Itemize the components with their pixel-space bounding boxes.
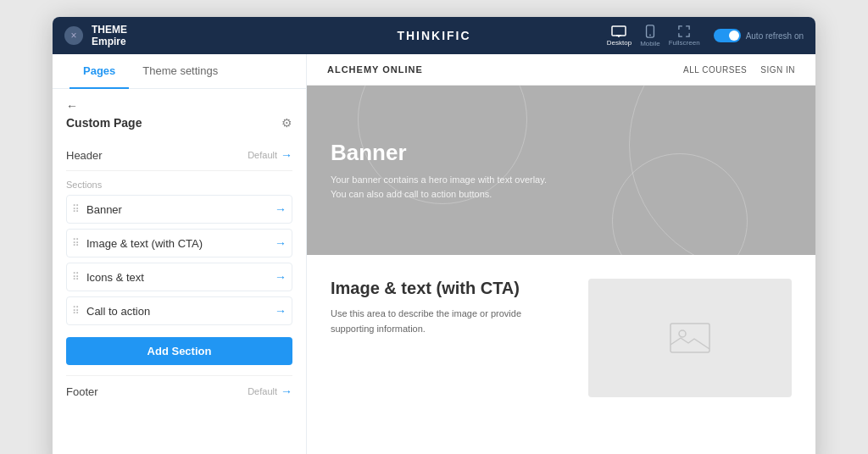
footer-arrow: → (281, 385, 292, 398)
section-banner[interactable]: ⠿ Banner → (66, 195, 292, 224)
header-arrow: → (281, 148, 292, 162)
image-placeholder (588, 279, 792, 397)
banner-description: Your banner contains a hero image with t… (331, 173, 551, 201)
call-to-action-arrow: → (275, 304, 287, 318)
sidebar: Pages Theme settings ← Custom Page ⚙ Hea… (53, 54, 307, 454)
banner-arrow: → (275, 202, 287, 216)
section-icons-text-name: Icons & text (86, 271, 144, 284)
section-image-text-left: ⠿ Image & text (with CTA) (72, 237, 203, 250)
desktop-view-button[interactable]: Desktop (607, 25, 632, 47)
tab-theme-settings[interactable]: Theme settings (129, 54, 231, 89)
svg-point-4 (649, 34, 651, 36)
drag-handle-icon: ⠿ (72, 237, 80, 249)
section-banner-left: ⠿ Banner (72, 203, 122, 216)
preview-nav-links: ALL COURSES SIGN IN (683, 65, 795, 75)
preview-image-text-section: Image & text (with CTA) Use this area to… (307, 255, 815, 421)
auto-refresh-toggle[interactable] (714, 29, 741, 42)
back-button[interactable]: ← (66, 99, 78, 113)
svg-rect-5 (670, 324, 709, 352)
desktop-label: Desktop (607, 39, 632, 47)
section-banner-name: Banner (86, 203, 122, 216)
preview-navbar: ALCHEMY ONLINE ALL COURSES SIGN IN (307, 54, 815, 86)
svg-rect-0 (612, 26, 626, 36)
preview-banner-section: Banner Your banner contains a hero image… (307, 86, 815, 255)
page-title: Custom Page (66, 116, 142, 130)
view-icons: Desktop Mobile Fullscreen (607, 25, 700, 47)
tab-pages[interactable]: Pages (70, 54, 129, 89)
main-content: Pages Theme settings ← Custom Page ⚙ Hea… (53, 54, 815, 454)
image-text-arrow: → (275, 236, 287, 250)
drag-handle-icon: ⠿ (72, 271, 80, 283)
section-call-to-action[interactable]: ⠿ Call to action → (66, 296, 292, 325)
footer-default: Default → (248, 385, 292, 398)
mobile-view-button[interactable]: Mobile (640, 25, 660, 47)
sidebar-body: ← Custom Page ⚙ Header Default → Section… (53, 89, 306, 454)
close-button[interactable]: × (64, 26, 83, 45)
app-title: THINKIFIC (397, 29, 470, 42)
add-section-button[interactable]: Add Section (66, 337, 292, 365)
section-call-to-action-left: ⠿ Call to action (72, 305, 150, 318)
footer-label: Footer (66, 385, 98, 398)
icons-text-arrow: → (275, 270, 287, 284)
svg-point-6 (679, 330, 686, 337)
section-icons-text[interactable]: ⠿ Icons & text → (66, 263, 292, 291)
preview-area: ALCHEMY ONLINE ALL COURSES SIGN IN Banne… (307, 54, 815, 454)
footer-row[interactable]: Footer Default → (66, 375, 292, 407)
banner-title: Banner (331, 140, 792, 166)
nav-sign-in: SIGN IN (760, 65, 795, 75)
image-text-title: Image & text (with CTA) (331, 279, 565, 298)
header-label: Header (66, 149, 103, 162)
section-call-to-action-name: Call to action (86, 305, 150, 318)
back-row: ← (66, 99, 292, 113)
sections-label: Sections (66, 180, 292, 190)
topbar-right: Desktop Mobile Fullscreen (607, 25, 804, 47)
section-icons-text-left: ⠿ Icons & text (72, 271, 144, 284)
fullscreen-view-button[interactable]: Fullscreen (669, 25, 700, 47)
section-image-text-name: Image & text (with CTA) (86, 237, 203, 250)
image-text-description: Use this area to describe the image or p… (331, 307, 565, 336)
gear-icon[interactable]: ⚙ (281, 116, 292, 130)
theme-label: THEME Empire (92, 24, 127, 48)
mobile-label: Mobile (640, 40, 660, 47)
fullscreen-label: Fullscreen (669, 39, 700, 47)
header-default: Default → (248, 148, 292, 162)
drag-handle-icon: ⠿ (72, 305, 80, 317)
section-image-text[interactable]: ⠿ Image & text (with CTA) → (66, 229, 292, 257)
preview-image-text-content: Image & text (with CTA) Use this area to… (331, 279, 565, 336)
app-window: × THEME Empire THINKIFIC Desktop (53, 17, 815, 454)
top-bar: × THEME Empire THINKIFIC Desktop (53, 17, 815, 54)
header-row[interactable]: Header Default → (66, 140, 292, 171)
preview-inner: ALCHEMY ONLINE ALL COURSES SIGN IN Banne… (307, 54, 815, 454)
preview-brand: ALCHEMY ONLINE (327, 64, 423, 75)
sidebar-tabs: Pages Theme settings (53, 54, 306, 89)
page-title-row: Custom Page ⚙ (66, 116, 292, 130)
drag-handle-icon: ⠿ (72, 203, 80, 215)
auto-refresh-label: Auto refresh on (746, 31, 804, 41)
nav-all-courses: ALL COURSES (683, 65, 747, 75)
auto-refresh-toggle-group: Auto refresh on (714, 29, 804, 42)
